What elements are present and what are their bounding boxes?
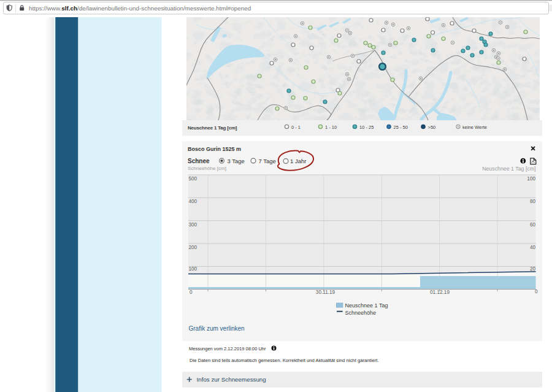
svg-text:Bosco Gurin 1525 m: Bosco Gurin 1525 m (188, 146, 241, 152)
svg-text:25 - 50: 25 - 50 (394, 125, 408, 130)
svg-text:Schneehöhe: Schneehöhe (345, 310, 377, 316)
svg-text:20: 20 (530, 266, 536, 272)
svg-text:10 - 25: 10 - 25 (359, 125, 374, 130)
svg-text:>50: >50 (428, 125, 436, 130)
svg-text:1 - 10: 1 - 10 (325, 125, 337, 130)
svg-text:keine Werte: keine Werte (462, 125, 487, 130)
svg-text:Die Daten sind teils automatis: Die Daten sind teils automatisch gemesse… (190, 358, 379, 363)
svg-text:0: 0 (535, 289, 538, 294)
svg-text:7 Tage: 7 Tage (259, 158, 276, 164)
svg-text:Grafik zum verlinken: Grafik zum verlinken (189, 325, 245, 332)
svg-text:Neuschnee 1 Tag [cm]: Neuschnee 1 Tag [cm] (188, 125, 237, 131)
svg-text:500: 500 (189, 176, 197, 182)
svg-text:400: 400 (189, 199, 197, 204)
svg-text:Infos zur Schneemessung: Infos zur Schneemessung (197, 376, 266, 383)
svg-text:0 - 1: 0 - 1 (291, 125, 301, 130)
svg-text:200: 200 (189, 245, 197, 250)
svg-text:01.12.19: 01.12.19 (430, 290, 450, 295)
svg-text:1 Jahr: 1 Jahr (290, 158, 306, 164)
svg-text:0: 0 (190, 290, 193, 295)
svg-text:https://www.slf.ch/de/lawinenb: https://www.slf.ch/de/lawinenbulletin-un… (29, 5, 251, 12)
svg-text:Schneehöhe [cm]: Schneehöhe [cm] (188, 166, 226, 171)
svg-text:Schnee: Schnee (188, 158, 210, 164)
svg-text:Messungen vom 2.12.2019 08:00: Messungen vom 2.12.2019 08:00 Uhr (189, 346, 266, 352)
svg-text:100: 100 (527, 176, 535, 182)
svg-text:300: 300 (189, 222, 197, 228)
svg-text:3 Tage: 3 Tage (228, 158, 245, 164)
svg-text:30.11.19: 30.11.19 (316, 290, 335, 295)
svg-text:Neuschnee 1 Tag [cm]: Neuschnee 1 Tag [cm] (482, 166, 535, 172)
svg-text:60: 60 (530, 222, 536, 228)
svg-text:40: 40 (530, 245, 536, 250)
svg-text:100: 100 (189, 266, 197, 272)
svg-text:80: 80 (530, 199, 536, 204)
svg-text:Neuschnee 1 Tag: Neuschnee 1 Tag (345, 302, 388, 309)
